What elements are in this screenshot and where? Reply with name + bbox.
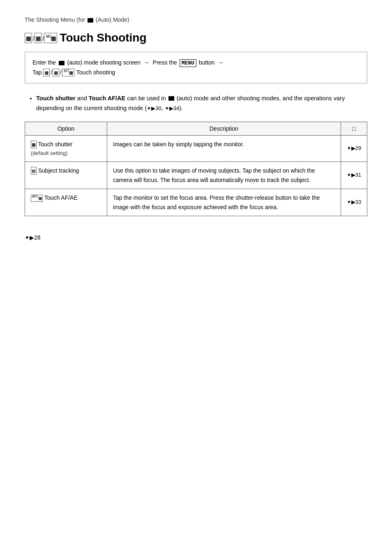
page-number: ✦▶28 xyxy=(25,234,41,241)
table-row: ▦ Touch shutter (default setting) Images… xyxy=(25,135,367,162)
ref-cell-2: ✦▶31 xyxy=(341,162,367,189)
page-title: ▦/▦/AFC▦ Touch Shooting xyxy=(25,31,367,44)
option-icon-3: AFC▦ xyxy=(31,195,43,202)
sidebar-label-text: Reference Section xyxy=(1,357,12,383)
page-number-text: ✦▶28 xyxy=(25,234,41,241)
option-cell-2: ▤ Subject tracking xyxy=(25,162,107,189)
touch-afae-label: Touch AF/AE xyxy=(89,95,125,102)
bullet-section: Touch shutter and Touch AF/AE can be use… xyxy=(25,93,367,113)
table-header-description: Description xyxy=(107,122,341,135)
ref-link-3: ✦▶33 xyxy=(347,199,361,205)
description-cell-2: Use this option to take images of moving… xyxy=(107,162,341,189)
title-icons: ▦/▦/AFC▦ xyxy=(25,32,58,43)
bullet-item: Touch shutter and Touch AF/AE can be use… xyxy=(36,93,367,113)
option-icon-2: ▤ xyxy=(31,167,37,175)
ref-cell-1: ✦▶29 xyxy=(341,135,367,162)
ref-30: ✦▶30 xyxy=(147,105,161,111)
option-text-1: Touch shutter xyxy=(38,141,72,148)
description-cell-3: Tap the monitor to set the focus area. P… xyxy=(107,189,341,216)
ref-cell-3: ✦▶33 xyxy=(341,189,367,216)
nav-line2: Tap ▦/▦/AFC▦ Touch shooting xyxy=(32,69,115,76)
table-row: ▤ Subject tracking Use this option to ta… xyxy=(25,162,367,189)
page: The Shooting Menu (for (Auto) Mode) ▦/▦/… xyxy=(0,0,392,253)
option-text-2: Subject tracking xyxy=(38,167,79,174)
description-cell-1: Images can be taken by simply tapping th… xyxy=(107,135,341,162)
camera-icon-breadcrumb xyxy=(88,18,93,23)
ref-link-2: ✦▶31 xyxy=(347,172,361,178)
camera-icon-nav xyxy=(59,61,65,65)
option-cell-3: AFC▦ Touch AF/AE xyxy=(25,189,107,216)
camera-icon-bullet xyxy=(168,96,174,101)
table-header-option: Option xyxy=(25,122,107,135)
nav-box: Enter the (auto) mode shooting screen → … xyxy=(25,52,367,83)
breadcrumb: The Shooting Menu (for (Auto) Mode) xyxy=(25,16,367,23)
option-sub-1: (default setting) xyxy=(31,149,101,158)
menu-label: MENU xyxy=(180,59,196,67)
ref-34: ✦▶34 xyxy=(165,105,179,111)
touch-shutter-label: Touch shutter xyxy=(36,95,76,102)
option-icon-1: ▦ xyxy=(31,141,37,148)
nav-line1: Enter the (auto) mode shooting screen → … xyxy=(32,59,226,66)
option-cell-1: ▦ Touch shutter (default setting) xyxy=(25,135,107,162)
table-row: AFC▦ Touch AF/AE Tap the monitor to set … xyxy=(25,189,367,216)
option-text-3: Touch AF/AE xyxy=(44,194,78,201)
options-table: Option Description □ ▦ Touch shutter (de… xyxy=(25,122,367,216)
ref-link-1: ✦▶29 xyxy=(347,145,361,151)
page-title-text: Touch Shooting xyxy=(60,31,147,44)
table-header-ref: □ xyxy=(341,122,367,135)
